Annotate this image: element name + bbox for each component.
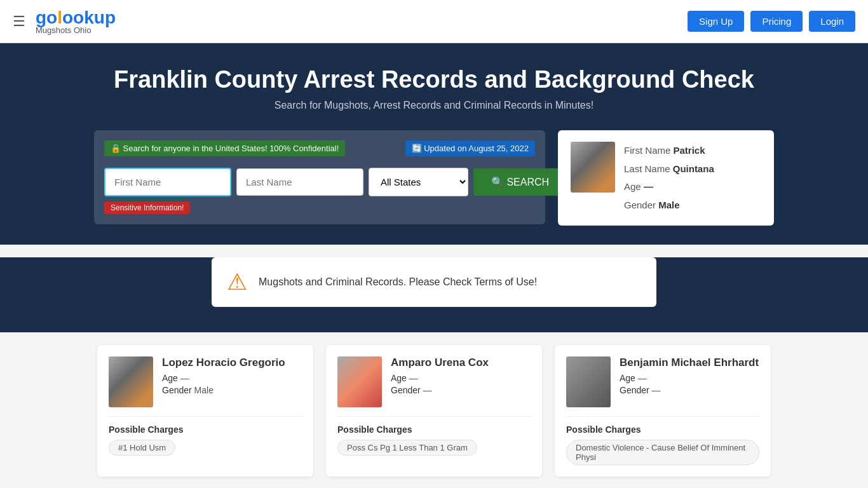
charges-section: Possible Charges Domestic Violence - Cau… [566,416,759,465]
hero-section: Franklin County Arrest Records and Backg… [0,43,868,130]
person-card-top: Benjamin Michael Ehrhardt Age — Gender — [566,356,759,416]
pricing-button[interactable]: Pricing [750,11,803,32]
search-box: 🔒 Search for anyone in the United States… [94,130,545,224]
search-inputs: All StatesAlabamaAlaskaArizonaArkansasCa… [104,168,535,196]
charges-title: Possible Charges [109,424,302,435]
person-gender: Gender — [620,385,759,395]
state-select[interactable]: All StatesAlabamaAlaskaArizonaArkansasCa… [369,168,468,196]
search-area: 🔒 Search for anyone in the United States… [0,130,868,245]
header: ☰ golookup Mugshots Ohio Sign Up Pricing… [0,0,868,43]
charge-badge: Domestic Violence - Cause Belief Of Immi… [566,440,759,465]
logo-wrap: golookup Mugshots Ohio [36,8,116,35]
person-name: Benjamin Michael Ehrhardt [620,356,759,369]
search-notice-row: 🔒 Search for anyone in the United States… [104,140,535,163]
profile-photo [571,142,615,193]
login-button[interactable]: Login [809,11,855,32]
profile-lastname: Last Name Quintana [624,160,714,179]
person-age: Age — [620,373,759,383]
person-age: Age — [162,373,285,383]
person-card[interactable]: Benjamin Michael Ehrhardt Age — Gender —… [555,345,771,477]
hero-subtitle: Search for Mugshots, Arrest Records and … [13,100,855,111]
person-details: Amparo Urena Cox Age — Gender — [391,356,489,397]
charge-badge: Poss Cs Pg 1 Less Than 1 Gram [337,440,477,456]
cards-grid: Lopez Horacio Gregorio Age — Gender Male… [97,345,771,488]
search-notice-green: 🔒 Search for anyone in the United States… [104,140,345,156]
charges-title: Possible Charges [337,424,531,435]
last-name-input[interactable] [236,168,363,196]
warning-icon: ⚠ [227,269,247,295]
charges-section: Possible Charges #1 Hold Usm [109,416,302,456]
person-name: Lopez Horacio Gregorio [162,356,285,369]
header-left: ☰ golookup Mugshots Ohio [13,8,116,35]
person-photo [337,356,382,407]
charges-section: Possible Charges Poss Cs Pg 1 Less Than … [337,416,531,456]
profile-age: Age — [624,178,714,196]
warning-text: Mugshots and Criminal Records. Please Ch… [259,276,537,288]
person-card-top: Lopez Horacio Gregorio Age — Gender Male [109,356,302,416]
charges-title: Possible Charges [566,424,759,435]
header-buttons: Sign Up Pricing Login [688,11,855,32]
page-title: Franklin County Arrest Records and Backg… [13,66,855,93]
person-card-top: Amparo Urena Cox Age — Gender — [337,356,531,416]
profile-firstname: First Name Patrick [624,142,714,160]
sensitive-badge: Sensitive Information! [104,201,190,214]
person-details: Lopez Horacio Gregorio Age — Gender Male [162,356,285,397]
charge-badge: #1 Hold Usm [109,440,175,456]
person-age: Age — [391,373,489,383]
search-button[interactable]: 🔍 SEARCH [473,168,567,196]
search-notice-blue: 🔄 Updated on August 25, 2022 [405,140,535,156]
logo-subtitle: Mugshots Ohio [36,25,91,35]
person-gender: Gender Male [162,385,285,395]
person-gender: Gender — [391,385,489,395]
cards-section: Lopez Horacio Gregorio Age — Gender Male… [85,332,783,488]
signup-button[interactable]: Sign Up [688,11,744,32]
profile-info: First Name Patrick Last Name Quintana Ag… [624,142,714,214]
hamburger-icon[interactable]: ☰ [13,13,25,30]
warning-banner: ⚠ Mugshots and Criminal Records. Please … [212,257,656,307]
person-card[interactable]: Amparo Urena Cox Age — Gender — Possible… [326,345,542,477]
person-card[interactable]: Lopez Horacio Gregorio Age — Gender Male… [97,345,313,477]
person-name: Amparo Urena Cox [391,356,489,369]
first-name-input[interactable] [104,168,231,196]
person-details: Benjamin Michael Ehrhardt Age — Gender — [620,356,759,397]
person-photo [109,356,153,407]
person-photo [566,356,611,407]
profile-card: First Name Patrick Last Name Quintana Ag… [558,130,774,226]
profile-gender: Gender Male [624,196,714,215]
